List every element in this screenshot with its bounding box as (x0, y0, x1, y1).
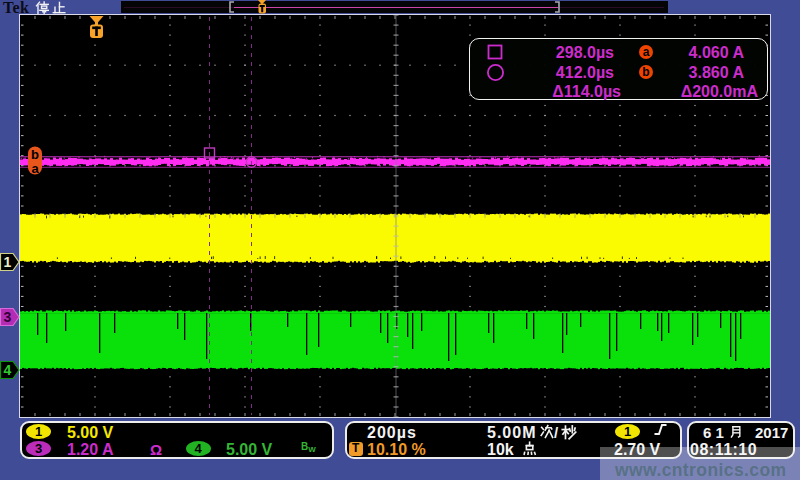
svg-text:4: 4 (4, 362, 12, 378)
svg-text:a: a (31, 161, 39, 176)
svg-text:3: 3 (4, 309, 12, 325)
svg-text:1: 1 (4, 254, 12, 270)
svg-text:b: b (31, 147, 39, 162)
